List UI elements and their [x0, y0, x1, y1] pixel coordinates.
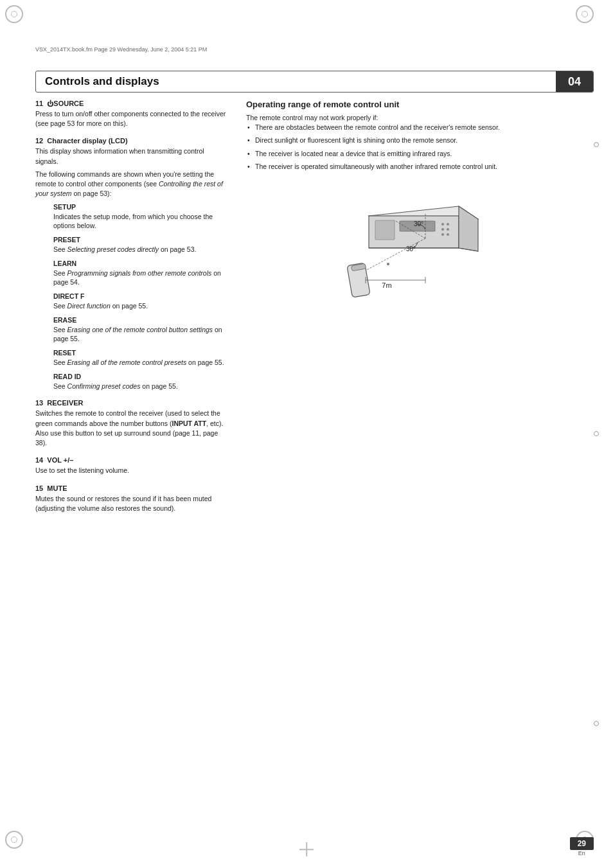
sub-readid-heading: READ ID [53, 373, 228, 380]
sub-directf-body: See Direct function on page 55. [53, 301, 228, 311]
binding-marks-right [594, 0, 599, 868]
sub-readid-italic: Confirming preset codes [67, 382, 141, 390]
corner-decoration-tr [576, 5, 608, 37]
section-13: 13 RECEIVER Switches the remote to contr… [35, 399, 228, 448]
header-bar: Controls and displays 04 [35, 71, 594, 93]
page-title: Controls and displays [36, 75, 159, 88]
section-12-italic: Controlling the rest of your system [35, 180, 223, 197]
corner-circle-bl [5, 831, 23, 849]
bullet-item-3: The receiver is located near a device th… [246, 149, 594, 159]
sub-reset-body: See Erasing all of the remote control pr… [53, 358, 228, 368]
chapter-number: 04 [556, 71, 593, 92]
svg-point-13 [387, 263, 389, 265]
content-area: 11 ⏻SOURCE Press to turn on/off other co… [35, 100, 594, 829]
section-11-heading: 11 ⏻SOURCE [35, 100, 228, 107]
sub-reset-italic: Erasing all of the remote control preset… [67, 359, 187, 366]
section-12-title: Character display (LCD) [47, 137, 127, 145]
right-column-intro: The remote control may not work properly… [246, 113, 594, 123]
corner-decoration-bl [5, 831, 37, 863]
svg-point-10 [447, 228, 449, 231]
section-12-body1: This display shows information when tran… [35, 146, 228, 166]
remote-diagram-area: 30° 30° 7m [246, 181, 594, 309]
section-13-body: Switches the remote to control the recei… [35, 409, 228, 448]
meta-text: VSX_2014TX.book.fm Page 29 Wednesday, Ju… [35, 46, 207, 53]
binding-mark [594, 142, 599, 147]
corner-circle-tl [5, 5, 23, 23]
corner-circle-tr [576, 5, 594, 23]
section-14-body: Use to set the listening volume. [35, 466, 228, 475]
section-15: 15 MUTE Mutes the sound or restores the … [35, 484, 228, 513]
sub-section-learn: LEARN See Programming signals from other… [53, 260, 228, 287]
svg-text:7m: 7m [382, 281, 391, 289]
section-12: 12 Character display (LCD) This display … [35, 137, 228, 391]
operating-range-list: There are obstacles between the remote c… [246, 123, 594, 172]
sub-readid-body: See Confirming preset codes on page 55. [53, 382, 228, 391]
sub-erase-heading: ERASE [53, 316, 228, 324]
svg-point-7 [441, 223, 444, 226]
section-14: 14 VOL +/– Use to set the listening volu… [35, 456, 228, 475]
section-14-heading: 14 VOL +/– [35, 456, 228, 464]
section-11: 11 ⏻SOURCE Press to turn on/off other co… [35, 100, 228, 128]
remote-diagram-svg: 30° 30° 7m [327, 181, 513, 309]
left-column: 11 ⏻SOURCE Press to turn on/off other co… [35, 100, 228, 829]
corner-decoration-tl [5, 5, 37, 37]
section-15-title: MUTE [47, 484, 67, 492]
sub-preset-heading: PRESET [53, 236, 228, 244]
sub-section-preset: PRESET See Selecting preset codes direct… [53, 236, 228, 254]
sub-learn-italic: Programming signals from other remote co… [67, 269, 212, 277]
sub-erase-body: See Erasing one of the remote control bu… [53, 325, 228, 344]
power-icon: ⏻ [47, 100, 53, 107]
sub-learn-body: See Programming signals from other remot… [53, 269, 228, 287]
lang-label: En [578, 850, 585, 856]
meta-line: VSX_2014TX.book.fm Page 29 Wednesday, Ju… [35, 46, 207, 53]
sub-preset-italic: Selecting preset codes directly [67, 245, 159, 253]
svg-marker-2 [459, 206, 478, 251]
sub-section-erase: ERASE See Erasing one of the remote cont… [53, 316, 228, 344]
section-13-bold: INPUT ATT [172, 420, 206, 427]
svg-rect-5 [375, 220, 395, 240]
sub-section-reset: RESET See Erasing all of the remote cont… [53, 349, 228, 368]
section-12-body2: The following commands are shown when yo… [35, 170, 228, 199]
bullet-item-4: The receiver is operated simultaneously … [246, 162, 594, 172]
sub-directf-heading: DIRECT F [53, 292, 228, 300]
bullet-item-1: There are obstacles between the remote c… [246, 123, 594, 132]
svg-text:30°: 30° [406, 245, 416, 252]
sub-learn-heading: LEARN [53, 260, 228, 267]
binding-mark [594, 431, 599, 436]
section-14-title: VOL +/– [47, 456, 73, 464]
sub-reset-heading: RESET [53, 349, 228, 357]
page-number: 29 [570, 837, 594, 850]
section-12-heading: 12 Character display (LCD) [35, 137, 228, 145]
sub-section-setup: SETUP Indicates the setup mode, from whi… [53, 203, 228, 231]
section-13-heading: 13 RECEIVER [35, 399, 228, 407]
sub-setup-heading: SETUP [53, 203, 228, 211]
svg-point-12 [447, 233, 449, 236]
svg-text:30°: 30° [414, 220, 423, 227]
section-11-title: SOURCE [53, 100, 84, 107]
sub-setup-body: Indicates the setup mode, from which you… [53, 212, 228, 231]
footer: 29 En [35, 837, 594, 856]
section-11-body: Press to turn on/off other components co… [35, 109, 228, 128]
sub-section-read-id: READ ID See Confirming preset codes on p… [53, 373, 228, 391]
sub-erase-italic: Erasing one of the remote control button… [67, 326, 213, 333]
right-column: Operating range of remote control unit T… [246, 100, 594, 829]
sub-preset-body: See Selecting preset codes directly on p… [53, 245, 228, 254]
sub-section-direct-f: DIRECT F See Direct function on page 55. [53, 292, 228, 311]
sub-directf-italic: Direct function [67, 302, 111, 310]
right-column-heading: Operating range of remote control unit [246, 100, 594, 109]
section-15-heading: 15 MUTE [35, 484, 228, 492]
svg-point-11 [441, 233, 444, 236]
svg-point-9 [441, 228, 444, 231]
sub-sections: SETUP Indicates the setup mode, from whi… [53, 203, 228, 391]
binding-mark [594, 721, 599, 726]
section-13-title: RECEIVER [47, 399, 83, 407]
section-15-body: Mutes the sound or restores the sound if… [35, 494, 228, 513]
svg-point-8 [447, 223, 449, 226]
bullet-item-2: Direct sunlight or fluorescent light is … [246, 136, 594, 145]
